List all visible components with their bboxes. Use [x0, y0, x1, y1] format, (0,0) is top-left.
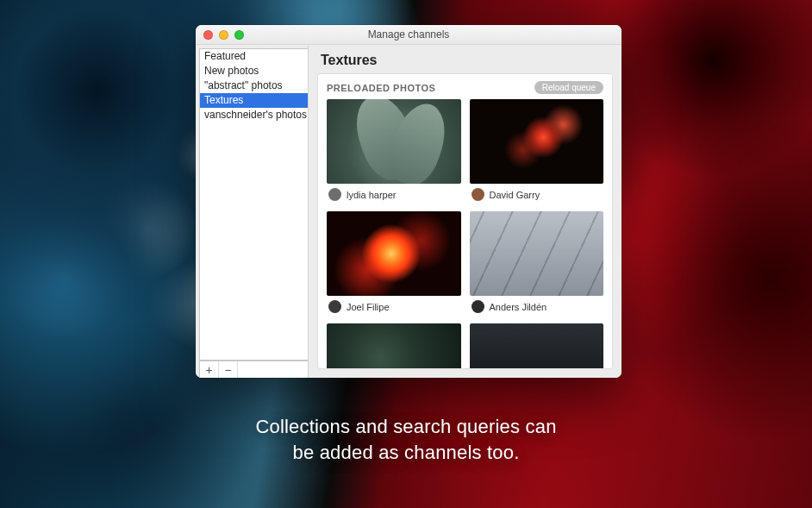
remove-channel-button[interactable]: −: [219, 361, 238, 378]
avatar: [472, 188, 484, 201]
add-channel-button[interactable]: +: [200, 361, 219, 378]
sidebar-item[interactable]: vanschneider's photos: [200, 108, 308, 122]
photo-meta: lydia harper: [327, 184, 461, 203]
photo-card[interactable]: lydia harper: [327, 99, 461, 203]
caption-line: be added as channels too.: [0, 440, 812, 466]
photo-card[interactable]: [470, 323, 604, 369]
window-body: FeaturedNew photos"abstract" photosTextu…: [196, 45, 621, 378]
photo-card[interactable]: [327, 323, 461, 369]
photo-thumbnail[interactable]: [327, 99, 461, 184]
photo-grid: lydia harperDavid GarryJoel FilipeAnders…: [318, 99, 612, 369]
photo-author: David Garry: [490, 190, 540, 200]
preloaded-section: PRELOADED PHOTOS Reload queue lydia harp…: [317, 73, 613, 369]
photo-thumbnail[interactable]: [327, 211, 461, 296]
window-title: Manage channels: [196, 28, 621, 41]
sidebar-item[interactable]: New photos: [200, 64, 308, 78]
page-title: Textures: [321, 53, 609, 68]
photo-author: Anders Jildén: [490, 302, 547, 312]
manage-channels-window: Manage channels FeaturedNew photos"abstr…: [196, 25, 621, 378]
promo-caption: Collections and search queries can be ad…: [0, 414, 812, 466]
main-header: Textures: [309, 45, 621, 73]
photo-author: lydia harper: [347, 190, 396, 200]
titlebar: Manage channels: [196, 25, 621, 45]
avatar: [472, 300, 484, 313]
photo-meta: David Garry: [470, 184, 604, 203]
avatar: [328, 188, 341, 201]
sidebar-footer: + −: [199, 361, 308, 378]
photo-card[interactable]: Joel Filipe: [327, 211, 461, 315]
reload-queue-button[interactable]: Reload queue: [534, 81, 603, 94]
sidebar: FeaturedNew photos"abstract" photosTextu…: [196, 45, 309, 378]
caption-line: Collections and search queries can: [0, 414, 812, 440]
channel-list[interactable]: FeaturedNew photos"abstract" photosTextu…: [199, 48, 308, 361]
photo-meta: Anders Jildén: [470, 296, 604, 315]
avatar: [328, 300, 341, 313]
section-header: PRELOADED PHOTOS Reload queue: [318, 74, 612, 99]
sidebar-item[interactable]: "abstract" photos: [200, 78, 308, 93]
photo-author: Joel Filipe: [347, 302, 390, 312]
photo-meta: Joel Filipe: [327, 296, 461, 315]
sidebar-item[interactable]: Textures: [200, 93, 308, 108]
photo-thumbnail[interactable]: [327, 323, 461, 369]
photo-thumbnail[interactable]: [470, 323, 604, 369]
photo-card[interactable]: David Garry: [470, 99, 604, 203]
photo-thumbnail[interactable]: [470, 211, 604, 296]
main-panel: Textures PRELOADED PHOTOS Reload queue l…: [309, 45, 621, 378]
section-title: PRELOADED PHOTOS: [327, 83, 435, 93]
photo-card[interactable]: Anders Jildén: [470, 211, 604, 315]
photo-thumbnail[interactable]: [470, 99, 604, 184]
sidebar-item[interactable]: Featured: [200, 49, 308, 64]
